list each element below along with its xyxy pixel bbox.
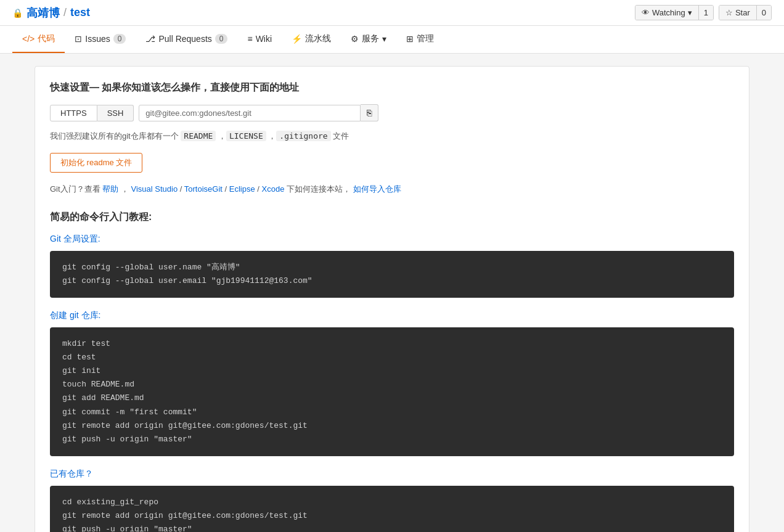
xcode-link[interactable]: Xcode <box>262 184 285 194</box>
chevron-down-icon: ▾ <box>688 8 692 17</box>
tab-code-label: 代码 <box>38 33 55 44</box>
comma1: ， <box>216 131 226 141</box>
protocol-tabs: HTTPS SSH <box>50 105 134 121</box>
pr-badge: 0 <box>215 34 228 44</box>
pr-icon: ⎇ <box>145 34 155 44</box>
existing-repo-label: 已有仓库？ <box>50 469 734 480</box>
tab-services-label: 服务 <box>362 33 379 44</box>
tab-pull-requests[interactable]: ⎇ Pull Requests 0 <box>136 27 237 52</box>
gitignore-code: .gitignore <box>276 131 330 141</box>
slash1: / <box>178 184 184 194</box>
readme-code: README <box>181 131 216 141</box>
license-code: LICENSE <box>226 131 266 141</box>
existing-repo-code: cd existing_git_repo git remote add orig… <box>50 486 734 532</box>
tab-manage-label: 管理 <box>417 33 434 44</box>
star-count: 0 <box>757 6 771 20</box>
tab-issues[interactable]: ⊡ Issues 0 <box>65 27 136 52</box>
help-link[interactable]: 帮助 <box>102 184 118 194</box>
tab-pr-label: Pull Requests <box>158 34 211 44</box>
star-icon: ☆ <box>725 8 733 17</box>
tab-services[interactable]: ⚙ 服务 ▾ <box>341 26 396 53</box>
separator: / <box>63 6 67 19</box>
watch-count: 1 <box>699 6 713 20</box>
https-tab[interactable]: HTTPS <box>50 105 97 121</box>
git-intro-text: Git入门？查看 <box>50 184 102 194</box>
tab-pipeline-label: 流水线 <box>305 33 331 44</box>
url-box: ⎘ <box>139 104 378 121</box>
create-repo-label: 创建 git 仓库: <box>50 310 734 321</box>
repo-name-link[interactable]: test <box>70 6 90 19</box>
content-box: 快速设置— 如果你知道该怎么操作，直接使用下面的地址 HTTPS SSH ⎘ 我… <box>35 66 749 532</box>
pipeline-icon: ⚡ <box>292 34 302 44</box>
header: 🔒 高靖博 / test 👁 Watching ▾ 1 ☆ Star 0 <box>0 0 784 26</box>
star-label-text: Star <box>735 8 750 17</box>
issues-icon: ⊡ <box>75 34 82 44</box>
tab-pipeline[interactable]: ⚡ 流水线 <box>282 26 341 53</box>
import-repo-link[interactable]: 如何导入仓库 <box>353 184 401 194</box>
tortoisegit-link[interactable]: TortoiseGit <box>184 184 223 194</box>
main-content: 快速设置— 如果你知道该怎么操作，直接使用下面的地址 HTTPS SSH ⎘ 我… <box>22 66 762 532</box>
create-repo-code: mkdir test cd test git init touch README… <box>50 327 734 456</box>
tutorial-title: 简易的命令行入门教程: <box>50 211 734 224</box>
global-config-code: git config --global user.name "高靖博" git … <box>50 251 734 298</box>
nav-tabs: </> 代码 ⊡ Issues 0 ⎇ Pull Requests 0 ≡ Wi… <box>0 26 784 54</box>
eye-icon: 👁 <box>642 8 650 17</box>
eclipse-link[interactable]: Eclipse <box>229 184 255 194</box>
code-icon: </> <box>22 34 35 44</box>
quick-setup-title: 快速设置— 如果你知道该怎么操作，直接使用下面的地址 <box>50 81 734 94</box>
comma2: ， <box>266 131 277 141</box>
comma3: ， <box>118 184 129 194</box>
readme-hint: 我们强烈建议所有的git仓库都有一个 README ，LICENSE ，.git… <box>50 130 734 143</box>
watch-button-group: 👁 Watching ▾ 1 <box>635 5 714 20</box>
tab-wiki-label: Wiki <box>256 34 272 44</box>
slash3: / <box>255 184 262 194</box>
watch-button[interactable]: 👁 Watching ▾ <box>635 6 699 20</box>
tab-issues-label: Issues <box>85 34 110 44</box>
git-help-suffix: 下如何连接本站， <box>287 184 351 194</box>
visual-studio-link[interactable]: Visual Studio <box>131 184 178 194</box>
lock-icon: 🔒 <box>12 8 23 18</box>
services-dropdown-icon: ▾ <box>382 34 386 44</box>
services-icon: ⚙ <box>351 34 359 44</box>
slash2: / <box>223 184 229 194</box>
star-button-group: ☆ Star 0 <box>719 5 772 20</box>
tab-code[interactable]: </> 代码 <box>12 26 65 53</box>
readme-hint-text: 我们强烈建议所有的git仓库都有一个 <box>50 131 181 141</box>
tab-manage[interactable]: ⊞ 管理 <box>396 26 444 53</box>
manage-icon: ⊞ <box>406 34 414 44</box>
watch-label-text: Watching <box>652 8 685 17</box>
copy-url-button[interactable]: ⎘ <box>361 104 378 121</box>
repo-owner-link[interactable]: 高靖博 <box>27 6 60 20</box>
repo-title: 🔒 高靖博 / test <box>12 6 90 20</box>
protocol-url-row: HTTPS SSH ⎘ <box>50 104 734 121</box>
init-readme-button[interactable]: 初始化 readme 文件 <box>50 153 142 173</box>
ssh-tab[interactable]: SSH <box>97 105 134 121</box>
header-actions: 👁 Watching ▾ 1 ☆ Star 0 <box>635 5 772 20</box>
copy-icon: ⎘ <box>367 108 372 118</box>
wiki-icon: ≡ <box>247 34 252 44</box>
git-help: Git入门？查看 帮助 ， Visual Studio / TortoiseGi… <box>50 182 734 196</box>
repo-url-input[interactable] <box>139 105 361 121</box>
file-text: 文件 <box>331 131 349 141</box>
global-config-label: Git 全局设置: <box>50 234 734 245</box>
issues-badge: 0 <box>113 34 126 44</box>
star-button[interactable]: ☆ Star <box>719 6 757 20</box>
tab-wiki[interactable]: ≡ Wiki <box>237 27 282 52</box>
